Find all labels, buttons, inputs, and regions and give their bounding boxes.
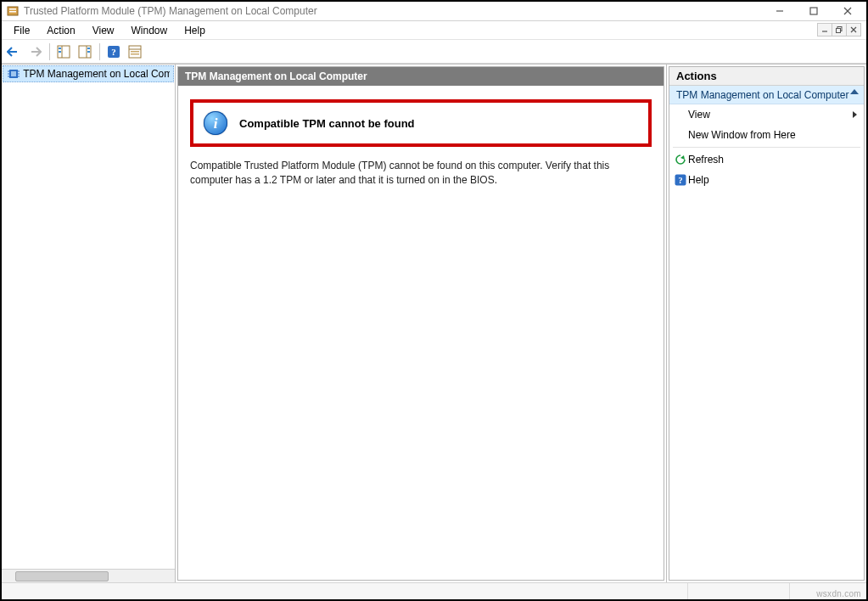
main: TPM Management on Local Comp TPM Managem…	[2, 64, 866, 582]
menu-view[interactable]: View	[84, 23, 123, 38]
maximize-button[interactable]	[797, 2, 831, 20]
svg-text:?: ?	[111, 47, 116, 57]
svg-rect-26	[131, 51, 139, 53]
menu-window[interactable]: Window	[123, 23, 176, 38]
mdi-minimize-button[interactable]	[817, 23, 832, 37]
svg-rect-29	[11, 71, 16, 76]
info-icon: i	[204, 111, 227, 135]
back-button[interactable]	[3, 42, 24, 62]
tree-horizontal-scrollbar[interactable]	[2, 569, 175, 582]
mdi-restore-button[interactable]	[832, 23, 847, 37]
action-help-label: Help	[688, 174, 709, 186]
svg-rect-9	[837, 29, 841, 33]
toolbar-separator	[99, 43, 100, 60]
actions-pane: Actions TPM Management on Local Computer…	[667, 65, 866, 582]
forward-button[interactable]	[25, 42, 45, 62]
action-view-label: View	[688, 109, 710, 121]
menu-help[interactable]: Help	[176, 23, 214, 38]
tpm-chip-icon	[7, 67, 20, 81]
toolbar-separator	[49, 43, 50, 60]
toolbar: ?	[2, 40, 866, 64]
svg-rect-4	[810, 8, 817, 14]
refresh-icon	[675, 154, 686, 166]
close-button[interactable]	[831, 2, 865, 20]
tree-pane: TPM Management on Local Comp	[2, 65, 176, 582]
actions-group-label: TPM Management on Local Computer	[676, 89, 848, 101]
collapse-icon	[850, 89, 859, 94]
tree-root-label: TPM Management on Local Comp	[23, 68, 170, 80]
svg-rect-16	[59, 48, 61, 49]
svg-rect-21	[87, 51, 90, 53]
svg-rect-17	[59, 51, 61, 53]
alert-title: Compatible TPM cannot be found	[239, 117, 415, 130]
action-new-window-label: New Window from Here	[688, 129, 796, 141]
action-new-window[interactable]: New Window from Here	[669, 125, 864, 145]
svg-rect-2	[9, 11, 16, 13]
show-hide-actions-button[interactable]	[75, 42, 95, 62]
action-refresh[interactable]: Refresh	[669, 149, 864, 170]
menubar: File Action View Window Help	[2, 21, 866, 40]
menu-action[interactable]: Action	[38, 23, 83, 38]
svg-text:?: ?	[679, 176, 683, 185]
help-icon: ?	[675, 174, 686, 186]
tree-root-node[interactable]: TPM Management on Local Comp	[3, 65, 174, 82]
properties-button[interactable]	[125, 42, 145, 62]
app-icon	[7, 5, 19, 17]
svg-rect-20	[87, 48, 90, 49]
menu-file[interactable]: File	[5, 23, 38, 38]
center-header: TPM Management on Local Computer	[178, 67, 664, 86]
help-button[interactable]: ?	[104, 42, 124, 62]
statusbar	[2, 582, 866, 599]
svg-rect-27	[131, 53, 139, 55]
alert-description: Compatible Trusted Platform Module (TPM)…	[190, 159, 631, 188]
action-help[interactable]: ? Help	[669, 170, 864, 190]
alert-highlight-box: i Compatible TPM cannot be found	[190, 99, 652, 147]
svg-rect-1	[9, 8, 16, 10]
scrollbar-thumb[interactable]	[15, 571, 109, 581]
actions-header: Actions	[669, 67, 864, 86]
center-pane: TPM Management on Local Computer i Compa…	[176, 65, 667, 582]
actions-separator	[673, 147, 860, 148]
mdi-close-button[interactable]	[846, 23, 861, 37]
window-title: Trusted Platform Module (TPM) Management…	[24, 5, 763, 17]
action-view[interactable]: View	[669, 104, 864, 125]
minimize-button[interactable]	[763, 2, 797, 20]
actions-group-title[interactable]: TPM Management on Local Computer	[669, 86, 864, 104]
show-hide-tree-button[interactable]	[53, 42, 74, 62]
mdi-controls	[818, 23, 861, 37]
titlebar: Trusted Platform Module (TPM) Management…	[2, 2, 866, 21]
action-refresh-label: Refresh	[688, 154, 724, 166]
watermark: wsxdn.com	[816, 589, 861, 598]
